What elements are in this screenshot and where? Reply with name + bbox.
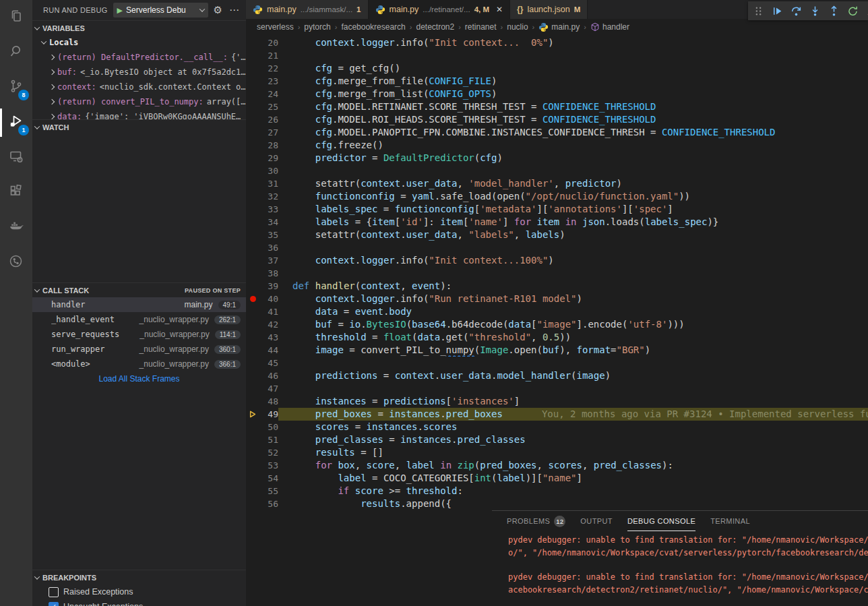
line-number[interactable]: 44 xyxy=(259,344,278,357)
step-over-icon[interactable] xyxy=(788,3,803,18)
line-text[interactable] xyxy=(278,382,868,395)
line-number[interactable]: 31 xyxy=(259,177,278,190)
line-number[interactable]: 32 xyxy=(259,190,278,203)
code-line-32[interactable]: 32 functionconfig = yaml.safe_load(open(… xyxy=(246,190,868,203)
panel-tab-output[interactable]: OUTPUT xyxy=(580,511,613,531)
gutter[interactable] xyxy=(246,446,259,459)
gutter[interactable] xyxy=(246,254,259,267)
breadcrumb-item-detectron2[interactable]: detectron2 xyxy=(416,22,454,32)
gutter[interactable] xyxy=(246,280,259,293)
activity-extensions[interactable] xyxy=(0,175,32,210)
line-number[interactable]: 41 xyxy=(259,305,278,318)
restart-icon[interactable] xyxy=(845,3,860,18)
gutter[interactable] xyxy=(246,36,259,49)
line-text[interactable]: labels = {item['id']: item['name'] for i… xyxy=(278,216,868,229)
gutter[interactable] xyxy=(246,75,259,88)
code-line-39[interactable]: 39def handler(context, event): xyxy=(246,280,868,293)
code-line-26[interactable]: 26 cfg.MODEL.ROI_HEADS.SCORE_THRESH_TEST… xyxy=(246,113,868,126)
gutter[interactable] xyxy=(246,216,259,229)
gutter[interactable] xyxy=(246,395,259,408)
code-line-24[interactable]: 24 cfg.merge_from_list(CONFIG_OPTS) xyxy=(246,88,868,100)
gutter[interactable] xyxy=(246,49,259,62)
line-number[interactable]: 24 xyxy=(259,88,278,100)
line-number[interactable]: 49 xyxy=(259,408,278,421)
breakpoints-header[interactable]: BREAKPOINTS xyxy=(32,570,246,584)
gutter[interactable] xyxy=(246,100,259,113)
code-line-40[interactable]: 40 context.logger.info("Run retinanet-R1… xyxy=(246,293,868,305)
line-text[interactable] xyxy=(278,49,868,62)
gutter[interactable] xyxy=(246,433,259,446)
code-line-54[interactable]: 54 label = COCO_CATEGORIES[int(label)]["… xyxy=(246,472,868,485)
gutter[interactable] xyxy=(246,190,259,203)
variable-row[interactable]: (return) DefaultPredictor.__call__: {'in… xyxy=(32,50,246,65)
code-line-30[interactable]: 30 xyxy=(246,164,868,177)
code-line-36[interactable]: 36 xyxy=(246,241,868,254)
gutter[interactable] xyxy=(246,88,259,100)
line-number[interactable]: 42 xyxy=(259,318,278,331)
gutter[interactable] xyxy=(246,126,259,139)
gutter[interactable] xyxy=(246,318,259,331)
gutter[interactable] xyxy=(246,305,259,318)
line-number[interactable]: 25 xyxy=(259,100,278,113)
line-text[interactable] xyxy=(278,164,868,177)
line-text[interactable]: cfg.MODEL.ROI_HEADS.SCORE_THRESH_TEST = … xyxy=(278,113,868,126)
variables-header[interactable]: VARIABLES xyxy=(32,20,246,35)
gutter[interactable] xyxy=(246,357,259,369)
line-number[interactable]: 56 xyxy=(259,497,278,510)
code-line-22[interactable]: 22 cfg = get_cfg() xyxy=(246,62,868,75)
activity-source-control[interactable]: 8 xyxy=(0,70,32,105)
line-text[interactable]: buf = io.BytesIO(base64.b64decode(data["… xyxy=(278,318,868,331)
code-line-21[interactable]: 21 xyxy=(246,49,868,62)
line-number[interactable]: 50 xyxy=(259,421,278,433)
code-line-45[interactable]: 45 xyxy=(246,357,868,369)
code-line-38[interactable]: 38 xyxy=(246,267,868,280)
panel-tab-problems[interactable]: PROBLEMS12 xyxy=(507,511,565,531)
code-line-43[interactable]: 43 threshold = float(data.get("threshold… xyxy=(246,331,868,344)
gutter[interactable] xyxy=(246,164,259,177)
code-line-27[interactable]: 27 cfg.MODEL.PANOPTIC_FPN.COMBINE.INSTAN… xyxy=(246,126,868,139)
more-actions-icon[interactable]: ⋯ xyxy=(228,4,241,16)
paused-arrow-icon[interactable] xyxy=(246,408,259,421)
line-text[interactable]: context.logger.info("Init context...100%… xyxy=(278,254,868,267)
code-line-46[interactable]: 46 predictions = context.user_data.model… xyxy=(246,369,868,382)
line-text[interactable]: threshold = float(data.get("threshold", … xyxy=(278,331,868,344)
line-number[interactable]: 23 xyxy=(259,75,278,88)
line-text[interactable]: data = event.body xyxy=(278,305,868,318)
continue-icon[interactable] xyxy=(770,3,784,18)
code-line-41[interactable]: 41 data = event.body xyxy=(246,305,868,318)
line-text[interactable] xyxy=(278,267,868,280)
code-line-49[interactable]: 49 pred_boxes = instances.pred_boxesYou,… xyxy=(246,408,868,421)
line-number[interactable]: 27 xyxy=(259,126,278,139)
line-number[interactable]: 22 xyxy=(259,62,278,75)
breadcrumb-item-pytorch[interactable]: pytorch xyxy=(304,22,330,32)
line-number[interactable]: 35 xyxy=(259,229,278,241)
tab-main.py[interactable]: main.py.../siammask/...1 xyxy=(246,0,369,19)
checked-checkbox[interactable]: ✓ xyxy=(49,602,59,606)
gutter[interactable] xyxy=(246,62,259,75)
line-number[interactable]: 37 xyxy=(259,254,278,267)
line-text[interactable]: cfg.MODEL.RETINANET.SCORE_THRESH_TEST = … xyxy=(278,100,868,113)
line-text[interactable]: cfg.merge_from_list(CONFIG_OPTS) xyxy=(278,88,868,100)
breadcrumb-item-nuclio[interactable]: nuclio xyxy=(507,22,528,32)
line-text[interactable]: functionconfig = yaml.safe_load(open("/o… xyxy=(278,190,868,203)
step-out-icon[interactable] xyxy=(826,3,841,18)
line-number[interactable]: 47 xyxy=(259,382,278,395)
code-line-48[interactable]: 48 instances = predictions['instances'] xyxy=(246,395,868,408)
line-number[interactable]: 29 xyxy=(259,152,278,164)
call-stack-header[interactable]: CALL STACK PAUSED ON STEP xyxy=(32,282,246,297)
panel-tab-debug-console[interactable]: DEBUG CONSOLE xyxy=(627,511,695,531)
code-line-53[interactable]: 53 for box, score, label in zip(pred_box… xyxy=(246,459,868,472)
line-text[interactable]: image = convert_PIL_to_numpy(Image.open(… xyxy=(278,344,868,357)
start-debug-icon[interactable]: ▶ xyxy=(117,7,123,14)
variables-scope-locals[interactable]: Locals xyxy=(32,35,246,50)
code-line-50[interactable]: 50 scores = instances.scores xyxy=(246,421,868,433)
code-line-47[interactable]: 47 xyxy=(246,382,868,395)
line-text[interactable]: def handler(context, event): xyxy=(278,280,868,293)
tab-launch.json[interactable]: {}launch.jsonM xyxy=(510,0,588,19)
breadcrumb-item-handler[interactable]: handler xyxy=(590,22,629,32)
breadcrumb-item-facebookresearch[interactable]: facebookresearch xyxy=(341,22,405,32)
line-text[interactable]: setattr(context.user_data, "labels", lab… xyxy=(278,229,868,241)
line-number[interactable]: 33 xyxy=(259,203,278,216)
line-text[interactable]: predictor = DefaultPredictor(cfg) xyxy=(278,152,868,164)
launch-config-select[interactable]: ▶ Serverless Debu xyxy=(113,3,208,18)
